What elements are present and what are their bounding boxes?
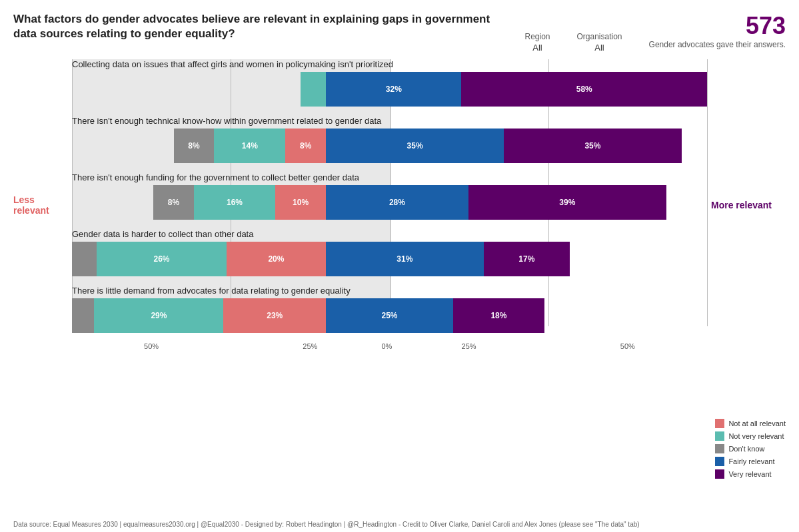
bar-segment-right: 28% (326, 185, 468, 220)
bar-segment-right: 18% (453, 298, 544, 333)
bar-segment-left: 16% (194, 185, 275, 220)
legend-swatch (715, 444, 724, 453)
bar-segment-right: 25% (326, 298, 453, 333)
bar-question-2: There isn't enough funding for the gover… (72, 172, 707, 182)
bar-question-3: Gender data is harder to collect than ot… (72, 229, 707, 239)
bar-segment-left: 14% (214, 129, 285, 163)
filter-region-label: Region (524, 32, 550, 41)
bar-segment-right: 58% (461, 72, 707, 107)
more-relevant-label: More relevant (711, 200, 778, 210)
less-relevant-label: Less relevant (13, 194, 67, 216)
count-number: 573 (649, 12, 786, 40)
bar-segment-right: 39% (468, 185, 666, 220)
legend-swatch (715, 457, 724, 466)
bar-row-3: 26%20%31%17% (72, 242, 707, 276)
filter-org-label: Organisation (577, 32, 622, 41)
bar-segment-right: 32% (326, 72, 461, 107)
bar-segment-left: 8% (174, 129, 215, 163)
bar-segment-left: 8% (153, 185, 194, 220)
legend-item: Don't know (715, 444, 786, 453)
filter-organisation: Organisation All (577, 32, 622, 53)
bar-section-4: There is little demand from advocates fo… (72, 286, 707, 333)
legend-item: Very relevant (715, 469, 786, 479)
x-label-50-left: 50% (72, 342, 231, 350)
bar-segment-right: 35% (504, 129, 682, 163)
bar-section-0: Collecting data on issues that affect gi… (72, 59, 707, 107)
count-area: 573 Gender advocates gave their answers. (649, 12, 786, 49)
bar-question-4: There is little demand from advocates fo… (72, 286, 707, 296)
bar-row-0: 32%58% (72, 72, 707, 107)
chart-container: What factors do gender advocates believe… (0, 0, 799, 532)
bar-row-4: 29%23%25%18% (72, 298, 707, 333)
legend-item: Not very relevant (715, 431, 786, 441)
bars-container: Collecting data on issues that affect gi… (72, 59, 707, 333)
bar-segment-left: 8% (285, 129, 326, 163)
bar-segment-right: 35% (326, 129, 504, 163)
bar-section-1: There isn't enough technical know-how wi… (72, 116, 707, 163)
x-label-50-right: 50% (548, 342, 707, 350)
filter-region: Region All (524, 32, 550, 53)
bar-segment-left: 26% (97, 242, 226, 276)
bar-row-1: 8%14%8%35%35% (72, 129, 707, 163)
bar-segment-right: 31% (326, 242, 483, 276)
legend-item: Not at all relevant (715, 419, 786, 428)
chart-area: Collecting data on issues that affect gi… (72, 59, 707, 350)
bar-segment-left (72, 242, 97, 276)
legend-label: Not at all relevant (728, 419, 786, 427)
x-axis: 50% 25% 0% 25% 50% (72, 342, 707, 350)
legend-swatch (715, 431, 724, 441)
legend: Not at all relevantNot very relevantDon'… (715, 419, 786, 479)
x-label-25-right: 25% (390, 342, 548, 350)
bar-segment-left: 10% (275, 185, 326, 220)
legend-item: Fairly relevant (715, 457, 786, 466)
bar-segment-right: 17% (484, 242, 570, 276)
legend-label: Fairly relevant (728, 457, 774, 465)
legend-swatch (715, 469, 724, 479)
title-area: What factors do gender advocates believe… (13, 12, 524, 41)
count-label: Gender advocates gave their answers. (649, 40, 786, 49)
legend-label: Very relevant (728, 470, 771, 478)
bar-segment-left (72, 298, 94, 333)
filter-region-value: All (532, 43, 542, 53)
bar-question-0: Collecting data on issues that affect gi… (72, 59, 707, 69)
bar-segment-left (301, 72, 326, 107)
x-label-25-left: 25% (231, 342, 389, 350)
bar-segment-left: 20% (227, 242, 326, 276)
legend-label: Don't know (728, 445, 764, 453)
legend-swatch (715, 419, 724, 428)
filters-area: Region All Organisation All (524, 12, 622, 53)
filter-org-value: All (594, 43, 604, 53)
legend-label: Not very relevant (728, 432, 784, 440)
bar-segment-left: 29% (94, 298, 223, 333)
bar-row-2: 8%16%10%28%39% (72, 185, 707, 220)
bar-segment-left: 23% (223, 298, 326, 333)
header-section: What factors do gender advocates believe… (13, 12, 786, 53)
bar-section-3: Gender data is harder to collect than ot… (72, 229, 707, 276)
bar-question-1: There isn't enough technical know-how wi… (72, 116, 707, 126)
bar-section-2: There isn't enough funding for the gover… (72, 172, 707, 220)
footnote: Data source: Equal Measures 2030 | equal… (13, 521, 786, 528)
main-title: What factors do gender advocates believe… (13, 12, 513, 41)
